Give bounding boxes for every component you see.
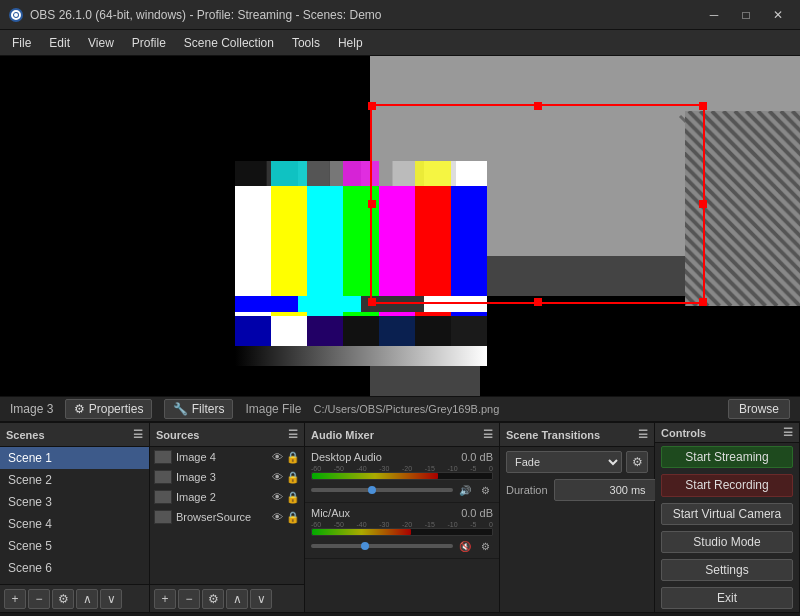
filters-button[interactable]: 🔧 Filters <box>164 399 233 419</box>
scene-item[interactable]: Scene 4 <box>0 513 149 535</box>
image-file-label: Image File <box>245 402 301 416</box>
desktop-audio-meter <box>311 472 493 480</box>
menu-view[interactable]: View <box>80 33 122 53</box>
close-button[interactable]: ✕ <box>764 4 792 26</box>
sources-panel: Sources ☰ Image 4👁🔒Image 3👁🔒Image 2👁🔒Bro… <box>150 423 305 612</box>
remove-source-button[interactable]: − <box>178 589 200 609</box>
desktop-volume-thumb <box>368 486 376 494</box>
scene-up-button[interactable]: ∧ <box>76 589 98 609</box>
transition-type-row: Fade Cut Swipe Slide ⚙ <box>500 447 654 477</box>
remove-scene-button[interactable]: − <box>28 589 50 609</box>
source-settings-button[interactable]: ⚙ <box>202 589 224 609</box>
source-path: C:/Users/OBS/Pictures/Grey169B.png <box>313 403 716 415</box>
start-recording-button[interactable]: Start Recording <box>661 474 793 496</box>
maximize-button[interactable]: □ <box>732 4 760 26</box>
title-bar: OBS 26.1.0 (64-bit, windows) - Profile: … <box>0 0 800 30</box>
source-name: Image 4 <box>176 451 268 463</box>
transitions-menu-icon[interactable]: ☰ <box>638 428 648 441</box>
scene-settings-button[interactable]: ⚙ <box>52 589 74 609</box>
title-bar-left: OBS 26.1.0 (64-bit, windows) - Profile: … <box>8 7 381 23</box>
scene-down-button[interactable]: ∨ <box>100 589 122 609</box>
menu-edit[interactable]: Edit <box>41 33 78 53</box>
scenes-panel-header: Scenes ☰ <box>0 423 149 447</box>
desktop-audio-db: 0.0 dB <box>461 451 493 463</box>
desktop-settings-button[interactable]: ⚙ <box>477 482 493 498</box>
desktop-volume-slider[interactable] <box>311 488 453 492</box>
controls-header-icons: ☰ <box>783 426 793 439</box>
desktop-audio-controls: 🔊 ⚙ <box>311 482 493 498</box>
source-name: Image 2 <box>176 491 268 503</box>
eye-icon[interactable]: 👁 <box>272 471 283 484</box>
lock-icon[interactable]: 🔒 <box>286 491 300 504</box>
source-thumb <box>154 490 172 504</box>
controls-menu-icon[interactable]: ☰ <box>783 426 793 439</box>
menu-help[interactable]: Help <box>330 33 371 53</box>
source-row[interactable]: Image 3👁🔒 <box>150 467 304 487</box>
gear-icon: ⚙ <box>74 402 85 416</box>
properties-button[interactable]: ⚙ Properties <box>65 399 152 419</box>
start-virtual-camera-button[interactable]: Start Virtual Camera <box>661 503 793 525</box>
scene-item[interactable]: Scene 6 <box>0 557 149 579</box>
exit-button[interactable]: Exit <box>661 587 793 609</box>
transition-type-select[interactable]: Fade Cut Swipe Slide <box>506 451 622 473</box>
lock-icon[interactable]: 🔒 <box>286 451 300 464</box>
minimize-button[interactable]: ─ <box>700 4 728 26</box>
source-thumb <box>154 510 172 524</box>
lock-icon[interactable]: 🔒 <box>286 511 300 524</box>
transition-settings-button[interactable]: ⚙ <box>626 451 648 473</box>
eye-icon[interactable]: 👁 <box>272 511 283 524</box>
source-down-button[interactable]: ∨ <box>250 589 272 609</box>
mic-aux-controls: 🔇 ⚙ <box>311 538 493 554</box>
mic-aux-name: Mic/Aux 0.0 dB <box>311 507 493 519</box>
audio-mixer-header: Audio Mixer ☰ <box>305 423 499 447</box>
scene-transitions-panel: Scene Transitions ☰ Fade Cut Swipe Slide… <box>500 423 655 612</box>
settings-button[interactable]: Settings <box>661 559 793 581</box>
source-row[interactable]: BrowserSource👁🔒 <box>150 507 304 527</box>
source-name: Image 3 <box>176 471 268 483</box>
menu-scene-collection[interactable]: Scene Collection <box>176 33 282 53</box>
scenes-menu-icon[interactable]: ☰ <box>133 428 143 441</box>
sources-panel-header: Sources ☰ <box>150 423 304 447</box>
menu-tools[interactable]: Tools <box>284 33 328 53</box>
window-title: OBS 26.1.0 (64-bit, windows) - Profile: … <box>30 8 381 22</box>
preview-area <box>0 56 800 396</box>
scene-item[interactable]: Scene 5 <box>0 535 149 557</box>
source-up-button[interactable]: ∧ <box>226 589 248 609</box>
menu-bar: File Edit View Profile Scene Collection … <box>0 30 800 56</box>
mic-aux-fill <box>312 529 411 535</box>
source-icons: 👁🔒 <box>272 491 300 504</box>
source-name: BrowserSource <box>176 511 268 523</box>
add-source-button[interactable]: + <box>154 589 176 609</box>
mic-aux-channel: Mic/Aux 0.0 dB -60 -50 -40 -30 -20 -15 -… <box>305 503 499 559</box>
scenes-footer: + − ⚙ ∧ ∨ <box>0 584 149 612</box>
source-row[interactable]: Image 4👁🔒 <box>150 447 304 467</box>
mic-volume-thumb <box>361 542 369 550</box>
scenes-header-icons: ☰ <box>133 428 143 441</box>
eye-icon[interactable]: 👁 <box>272 451 283 464</box>
eye-icon[interactable]: 👁 <box>272 491 283 504</box>
source-row[interactable]: Image 2👁🔒 <box>150 487 304 507</box>
menu-file[interactable]: File <box>4 33 39 53</box>
audio-menu-icon[interactable]: ☰ <box>483 428 493 441</box>
audio-header-icons: ☰ <box>483 428 493 441</box>
mic-aux-ticks: -60 -50 -40 -30 -20 -15 -10 -5 0 <box>311 521 493 528</box>
browse-button[interactable]: Browse <box>728 399 790 419</box>
lock-icon[interactable]: 🔒 <box>286 471 300 484</box>
scene-item[interactable]: Scene 3 <box>0 491 149 513</box>
scene-item[interactable]: Scene 1 <box>0 447 149 469</box>
desktop-mute-button[interactable]: 🔊 <box>457 482 473 498</box>
sources-menu-icon[interactable]: ☰ <box>288 428 298 441</box>
add-scene-button[interactable]: + <box>4 589 26 609</box>
filter-icon: 🔧 <box>173 402 188 416</box>
duration-label: Duration <box>506 484 548 496</box>
source-label-bar: Image 3 ⚙ Properties 🔧 Filters Image Fil… <box>0 396 800 422</box>
studio-mode-button[interactable]: Studio Mode <box>661 531 793 553</box>
mic-settings-button[interactable]: ⚙ <box>477 538 493 554</box>
mic-aux-db: 0.0 dB <box>461 507 493 519</box>
menu-profile[interactable]: Profile <box>124 33 174 53</box>
scene-item[interactable]: Scene 2 <box>0 469 149 491</box>
start-streaming-button[interactable]: Start Streaming <box>661 446 793 468</box>
bottom-panels: Scenes ☰ Scene 1Scene 2Scene 3Scene 4Sce… <box>0 422 800 612</box>
mic-mute-button[interactable]: 🔇 <box>457 538 473 554</box>
mic-volume-slider[interactable] <box>311 544 453 548</box>
